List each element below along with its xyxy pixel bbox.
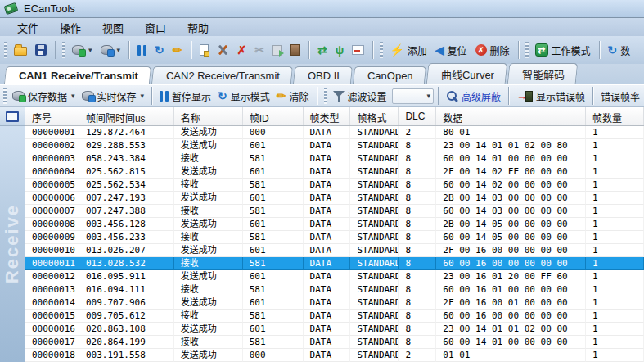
settings-tools-button[interactable] xyxy=(213,42,233,59)
column-header[interactable]: 序号 xyxy=(25,107,79,125)
table-row[interactable]: 00000017020.864.199接收581DATASTANDARD860 … xyxy=(25,336,644,349)
column-header[interactable]: 数据 xyxy=(436,107,586,125)
delete-item-button[interactable]: ✗ xyxy=(233,41,251,59)
device-close-dropdown-button[interactable]: ▾ xyxy=(97,43,125,57)
pause-button[interactable] xyxy=(133,43,151,58)
delete-button[interactable]: ✗删除 xyxy=(471,41,514,60)
column-header[interactable]: 帧数量 xyxy=(586,107,644,125)
table-cell: 60 00 14 01 00 00 00 00 xyxy=(436,152,586,165)
magnifier-icon xyxy=(446,90,458,102)
table-row[interactable]: 00000015009.705.612接收581DATASTANDARD860 … xyxy=(25,310,644,323)
table-cell: STANDARD xyxy=(350,152,399,165)
menu-item[interactable]: 文件 xyxy=(7,18,49,37)
usb-device-button[interactable]: ψ xyxy=(331,41,349,59)
table-row[interactable]: 00000012016.095.911发送成功601DATASTANDARD82… xyxy=(25,270,644,283)
table-cell: 60 00 16 01 00 00 00 00 xyxy=(436,283,586,296)
table-row[interactable]: 00000009003.456.233接收581DATASTANDARD860 … xyxy=(25,231,644,244)
column-header[interactable]: 帧ID xyxy=(243,107,304,125)
table-row[interactable]: 00000018003.191.558发送成功000DATASTANDARD20… xyxy=(25,349,644,362)
table-row[interactable]: 00000006007.247.193发送成功601DATASTANDARD82… xyxy=(25,192,644,205)
show-error-frames-button[interactable]: →显示错误帧 xyxy=(513,88,588,105)
table-row[interactable]: 00000016020.863.108发送成功601DATASTANDARD82… xyxy=(25,323,644,336)
table-cell: 1 xyxy=(586,244,644,257)
filter-settings-button[interactable]: 滤波设置 xyxy=(330,88,390,105)
table-row[interactable]: 00000011013.028.532接收581DATASTANDARD860 … xyxy=(25,257,644,270)
display-mode-button[interactable]: ↻显示模式 xyxy=(214,88,273,105)
table-cell: DATA xyxy=(304,270,351,283)
table-cell: 2F 00 16 00 00 00 00 00 xyxy=(436,244,586,257)
tab[interactable]: 曲线Curver xyxy=(426,63,507,84)
column-header[interactable]: 帧格式 xyxy=(350,107,399,125)
new-item-button[interactable] xyxy=(196,42,213,58)
table-row[interactable]: 00000004025.562.815发送成功601DATASTANDARD82… xyxy=(25,165,644,179)
toolbar-separator xyxy=(599,41,600,59)
add-button[interactable]: ⚡添加 xyxy=(385,41,430,60)
tools-icon xyxy=(217,44,229,57)
minimize-panel-button[interactable] xyxy=(348,43,368,57)
table-row[interactable]: 00000014009.707.906发送成功601DATASTANDARD82… xyxy=(25,296,644,310)
device-open-icon xyxy=(72,45,84,55)
table-cell: 025.562.815 xyxy=(79,165,174,179)
tab[interactable]: CanOpen xyxy=(353,66,426,84)
save-file-button[interactable] xyxy=(31,42,51,58)
table-cell: DATA xyxy=(304,244,351,257)
table-row[interactable]: 00000007007.247.388接收581DATASTANDARD860 … xyxy=(25,205,644,218)
device-open-dropdown-button[interactable]: ▾ xyxy=(68,43,97,57)
table-cell: 1 xyxy=(586,152,644,165)
clear-button[interactable]: ✏清除 xyxy=(273,88,313,105)
exit-button[interactable] xyxy=(286,42,304,58)
menu-item[interactable]: 帮助 xyxy=(177,18,219,37)
table-row[interactable]: 00000010013.026.207发送成功601DATASTANDARD82… xyxy=(25,244,644,257)
table-row[interactable]: 00000001129.872.464发送成功000DATASTANDARD28… xyxy=(25,126,644,139)
table-cell: 00000013 xyxy=(25,283,79,296)
refresh-icon: ↻ xyxy=(218,89,227,102)
table-row[interactable]: 00000003058.243.384接收581DATASTANDARD860 … xyxy=(25,152,644,165)
reset-button[interactable]: ◀复位 xyxy=(431,41,471,60)
column-header[interactable]: DLC xyxy=(399,107,436,125)
table-cell: 00000009 xyxy=(25,231,79,244)
pause-display-button[interactable]: 暂停显示 xyxy=(156,88,214,105)
work-mode-button[interactable]: ⇄工作模式 xyxy=(531,41,595,60)
table-cell: 1 xyxy=(586,139,644,152)
clean-button[interactable]: ✏ xyxy=(169,41,187,59)
table-cell: 129.872.464 xyxy=(79,126,174,139)
tab[interactable]: CAN1 Receive/Transmit xyxy=(4,66,151,84)
table-row[interactable]: 00000008003.456.128发送成功601DATASTANDARD82… xyxy=(25,218,644,231)
table-cell: 013.026.207 xyxy=(79,244,174,257)
menu-item[interactable]: 窗口 xyxy=(134,18,177,37)
save-data-button[interactable]: 保存数据▾ xyxy=(9,88,79,105)
device-close-icon xyxy=(101,45,113,55)
table-cell: 1 xyxy=(586,336,644,349)
table-cell: 013.028.532 xyxy=(79,257,174,270)
swap-channels-button[interactable]: ⇄ xyxy=(313,41,331,59)
advanced-mask-button[interactable]: 高级屏蔽 xyxy=(443,88,504,105)
column-header[interactable]: 帧类型 xyxy=(304,107,351,125)
filter-combobox[interactable]: ▾ xyxy=(392,88,434,104)
new-page-icon xyxy=(200,44,209,56)
refresh-button[interactable]: ↻ xyxy=(151,41,169,59)
table-cell: 1 xyxy=(586,270,644,283)
table-row[interactable]: 00000002029.288.553发送成功601DATASTANDARD82… xyxy=(25,139,644,152)
cut-button[interactable]: ✂ xyxy=(250,41,268,59)
tab[interactable]: 智能解码 xyxy=(507,63,578,84)
tab[interactable]: CAN2 Receive/Transmit xyxy=(151,66,293,84)
menu-item[interactable]: 操作 xyxy=(49,18,92,37)
tab[interactable]: OBD II xyxy=(293,66,353,84)
toolbar-separator xyxy=(191,41,191,59)
realtime-save-button[interactable]: 实时保存▾ xyxy=(79,88,148,105)
table-cell: 60 00 16 00 00 00 00 00 xyxy=(436,310,586,323)
table-cell: 003.456.233 xyxy=(79,231,174,244)
menu-item[interactable]: 视图 xyxy=(92,18,134,37)
data-button[interactable]: ↻数 xyxy=(604,41,635,60)
open-file-button[interactable] xyxy=(10,42,31,58)
table-cell: 1 xyxy=(586,192,644,205)
table-cell: 020.863.108 xyxy=(79,323,174,336)
column-header[interactable]: 名称 xyxy=(174,107,243,125)
table-row[interactable]: 00000005025.562.534接收581DATASTANDARD860 … xyxy=(25,179,644,192)
table-row[interactable]: 00000013016.094.111接收581DATASTANDARD860 … xyxy=(25,283,644,296)
toolbar-grip xyxy=(324,88,327,104)
copy-run-button[interactable] xyxy=(268,43,286,58)
table-cell: 发送成功 xyxy=(174,139,243,152)
column-header[interactable]: 帧间隔时间us xyxy=(79,107,174,125)
select-all-checkbox[interactable] xyxy=(6,111,19,122)
